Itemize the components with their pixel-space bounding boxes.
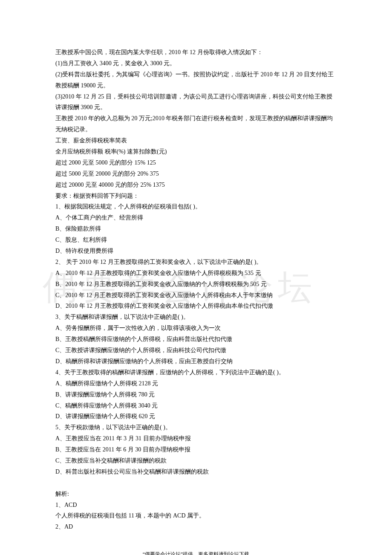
question-option: C、股息、红利所得	[55, 234, 337, 246]
intro-line: 工资、薪金所得税税率简表	[55, 135, 337, 146]
question-stem: 5、关于税款缴纳，以下说法中正确的是( )。	[55, 422, 337, 433]
question-option: C、王教授讲课报酬应缴纳的个人所得税，应由科技公司代扣代缴	[55, 345, 337, 356]
question-option: B、2010 年 12 月王教授取得的工资和奖金收入应缴纳的个人所得税税额为 5…	[55, 279, 337, 290]
intro-line: (2)受科普出版社委托，为其编写《心理咨询》一书。按照协议约定，出版社于 201…	[55, 69, 337, 91]
question-option: A、王教授应当在 2011 年 3 月 31 日前办理纳税申报	[55, 433, 337, 444]
document-page: 偶要学会计论坛 王教授系中国公民，现在国内某大学任职，2010 年 12 月份取…	[0, 0, 392, 555]
question-option: C、2010 年 12 月王教授取得的工资和奖金收入应缴纳个人所得税由本人于年末…	[55, 290, 337, 301]
intro-line: 超过 2000 元至 5000 元的部分 15% 125	[55, 157, 337, 168]
intro-line: (3)2010 年 12 月 25 日，受科技公司培训部邀请，为该公司员工进行心…	[55, 91, 337, 113]
question-option: D、稿酬所得和讲课报酬应缴纳的个人所得税，应由王教授自行交纳	[55, 356, 337, 367]
question-option: B、讲课报酬应缴纳个人所得税 780 元	[55, 389, 337, 400]
question-option: A、个体工商户的生产、经营所得	[55, 212, 337, 223]
question-option: B、王教授应当在 2011 年 6 月 30 日前办理纳税申报	[55, 444, 337, 455]
question-stem: 4、关于王教授取得的稿酬和讲课报酬，应缴纳的个人所得税，下列说法中正确的是( )…	[55, 367, 337, 378]
intro-line: 王教授系中国公民，现在国内某大学任职，2010 年 12 月份取得收入情况如下：	[55, 47, 337, 58]
question-option: D、科普出版社和科技公司应当补交稿酬和讲课报酬的税款	[55, 466, 337, 477]
question-option: A、2010 年 12 月王教授取得的工资和奖金收入应缴纳个人所得税税额为 53…	[55, 268, 337, 279]
intro-line: 全月应纳税所得额 税率(%) 速算扣除数(元)	[55, 146, 337, 157]
question-stem: 1、根据我国税法规定，个人所得税的征税项目包括( )。	[55, 201, 337, 212]
analysis-heading: 解析:	[55, 489, 337, 500]
question-option: B、保险赔款所得	[55, 223, 337, 234]
question-option: D、2010 年 12 月王教授取得的工资和奖金收入应缴纳个人所得税由本单位代扣…	[55, 301, 337, 312]
intro-line: 要求：根据资料回答下列问题：	[55, 191, 337, 202]
question-stem: 3、关于稿酬和讲课报酬，以下说法中正确的是( )。	[55, 312, 337, 323]
analysis-line: 1、ACD	[55, 500, 337, 511]
intro-line: 超过 5000 元至 20000 元的部分 20% 375	[55, 168, 337, 179]
question-stem: 2、 关于 2010 年 12 月王教授取得的工资和奖金收入，以下说法中正确的是…	[55, 257, 337, 268]
intro-line: 超过 20000 元至 40000 元的部分 25% 1375	[55, 179, 337, 191]
intro-line: (1)当月工资收入 3400 元，奖金收入 3000 元。	[55, 58, 337, 69]
intro-line: 王教授 2010 年的收入总额为 20 万元;2010 年税务部门在进行税务检查…	[55, 113, 337, 135]
question-option: C、稿酬所得应缴纳个人所得税 3040 元	[55, 400, 337, 411]
question-option: A、稿酬所得应缴纳个人所得税 2128 元	[55, 378, 337, 389]
analysis-line: 个人所得税的征税项目包括 11 项，本题中的 ACD 属于。	[55, 510, 337, 521]
question-option: D、讲课报酬应缴纳个人所得税 620 元	[55, 411, 337, 422]
blank-line	[55, 477, 337, 489]
document-content: 王教授系中国公民，现在国内某大学任职，2010 年 12 月份取得收入情况如下：…	[55, 47, 337, 555]
question-option: A、劳务报酬所得，属于一次性收入的，以取得该项收入为一次	[55, 323, 337, 334]
question-option: C、王教授应当补交稿酬和讲课报酬的税款	[55, 455, 337, 466]
page-footer: “偶要学会计论坛”提供，更多资料请到论坛下载	[55, 549, 337, 555]
question-option: B、王教授稿酬所得应缴纳的个人所得税，应由科普出版社代扣代缴	[55, 334, 337, 345]
analysis-line: 2、AD	[55, 521, 337, 532]
question-option: D、特许权使用费所得	[55, 246, 337, 257]
